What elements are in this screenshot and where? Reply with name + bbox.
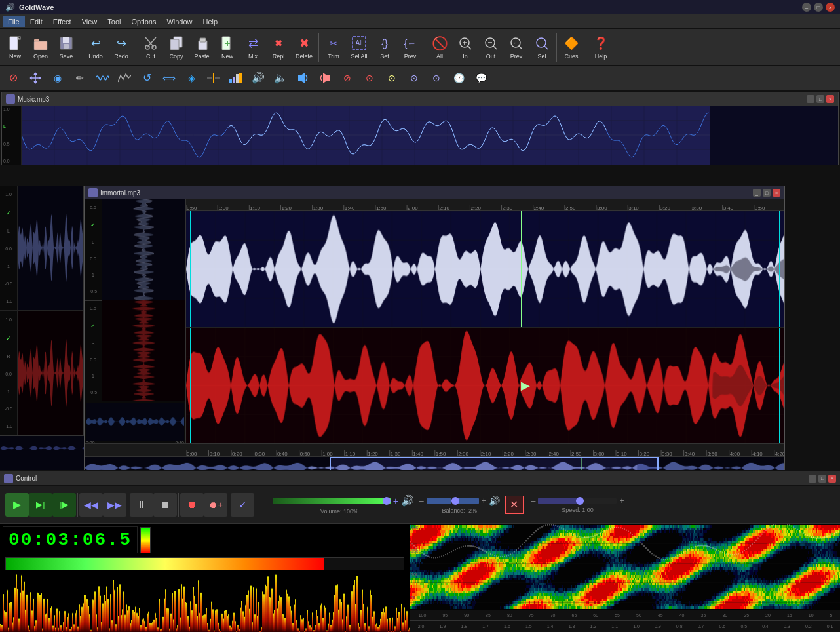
control-maximize-btn[interactable]: □ <box>818 475 826 483</box>
bal-minus-btn[interactable]: – <box>419 496 424 505</box>
maximize-button[interactable]: □ <box>814 3 823 12</box>
balance-thumb[interactable] <box>451 497 459 505</box>
selall-button[interactable]: All Sel All <box>347 31 372 64</box>
ef-timestretch-btn[interactable]: ⟺ <box>159 68 180 88</box>
menu-effect[interactable]: Effect <box>48 16 77 27</box>
speed-plus-btn[interactable]: + <box>619 496 624 505</box>
spec-xl3: -1.8 <box>459 624 467 629</box>
paste-button[interactable]: Paste <box>189 31 214 64</box>
delete-button[interactable]: ✖ Delete <box>292 31 316 64</box>
vol-speaker-btn[interactable]: 🔊 <box>401 494 414 507</box>
music-minimize-btn[interactable]: _ <box>807 95 814 103</box>
clear-button[interactable]: 🚫 All <box>427 31 452 64</box>
control-title-area: Control <box>4 474 809 483</box>
cues-button[interactable]: 🔶 Cues <box>559 31 584 64</box>
right-channel-waveform[interactable]: ▶ <box>186 328 784 444</box>
menu-tool[interactable]: Tool <box>102 16 126 27</box>
ef-chat-btn[interactable]: 💬 <box>470 68 491 88</box>
pause-button[interactable]: ⏸ <box>130 493 153 517</box>
bottom-ruler-canvas <box>186 444 784 456</box>
immortal-main-waveform[interactable]: ▶ <box>186 199 784 443</box>
ef-reverb-btn[interactable]: ⊙ <box>426 68 447 88</box>
ef-vol-btn[interactable] <box>225 68 246 88</box>
control-close-btn[interactable]: × <box>828 475 836 483</box>
control-minimize-btn[interactable]: _ <box>809 475 816 483</box>
volume-slider[interactable] <box>273 498 391 504</box>
zoom-sel-button[interactable]: Sel <box>529 31 554 64</box>
zoom-prev-button[interactable]: ← Prev <box>504 31 529 64</box>
menu-window[interactable]: Window <box>161 16 197 27</box>
immortal-maximize-btn[interactable]: □ <box>763 189 771 197</box>
ef-spk-l-btn[interactable] <box>292 68 313 88</box>
ef-sel-btn[interactable]: ◈ <box>181 68 202 88</box>
play-to-end-button[interactable]: |▶ <box>52 493 76 517</box>
save-button[interactable]: Save <box>54 31 79 64</box>
ef-fade-btn[interactable]: ⊙ <box>359 68 380 88</box>
ef-stop-btn[interactable]: ⊘ <box>3 68 24 88</box>
play-button[interactable]: ▶ <box>5 493 29 517</box>
menu-edit[interactable]: Edit <box>25 16 48 27</box>
vol-minus-btn[interactable]: – <box>265 496 270 506</box>
vol-plus-btn[interactable]: + <box>393 496 398 506</box>
music-waveform[interactable] <box>22 106 838 165</box>
menu-file[interactable]: File <box>3 16 25 27</box>
music-maximize-btn[interactable]: □ <box>816 95 824 103</box>
help-button[interactable]: ❓ Help <box>588 31 613 64</box>
ef-time-btn[interactable]: 🕐 <box>448 68 469 88</box>
ef-move-btn[interactable] <box>25 68 46 88</box>
prev-sel-button[interactable]: {← Prev <box>398 31 423 64</box>
undo-button[interactable]: ↩ Undo <box>83 31 108 64</box>
immortal-minimize-btn[interactable]: _ <box>753 189 761 197</box>
ef-envelope-btn[interactable] <box>114 68 135 88</box>
bal-speaker-btn[interactable]: 🔊 <box>489 496 500 506</box>
open-button[interactable]: Open <box>28 31 53 64</box>
bal-plus-btn[interactable]: + <box>482 496 486 505</box>
ef-vol2-btn[interactable]: 🔈 <box>270 68 291 88</box>
new-button[interactable]: New <box>3 31 28 64</box>
speed-thumb[interactable] <box>576 497 584 505</box>
ef-pitch-btn[interactable]: ⊙ <box>404 68 425 88</box>
menu-help[interactable]: Help <box>198 16 223 27</box>
minimize-button[interactable]: – <box>802 3 811 12</box>
ef-split-btn[interactable] <box>203 68 224 88</box>
play-sel-button[interactable]: ▶| <box>29 493 52 517</box>
immortal-win-buttons: _ □ × <box>753 189 780 197</box>
left-channel-waveform[interactable] <box>186 211 784 328</box>
record-button[interactable]: ⏺ <box>180 493 204 517</box>
redo-button[interactable]: ↪ Redo <box>109 31 134 64</box>
ef-wave-btn[interactable] <box>92 68 113 88</box>
record2-button[interactable]: ⏺+ <box>204 493 227 517</box>
music-close-btn[interactable]: × <box>826 95 834 103</box>
ef-select-btn[interactable]: ◉ <box>47 68 68 88</box>
zoom-out-button[interactable]: Out <box>478 31 503 64</box>
ef-loop-btn[interactable]: ↺ <box>136 68 157 88</box>
trim-button[interactable]: ✂ Trim <box>321 31 346 64</box>
new2-button[interactable]: New <box>215 31 240 64</box>
close-button[interactable]: × <box>826 3 835 12</box>
ef-rev-btn[interactable]: ⊘ <box>337 68 358 88</box>
ef-speaker-btn[interactable]: 🔊 <box>248 68 269 88</box>
zoom-in-button[interactable]: In <box>453 31 478 64</box>
ef-echo-btn[interactable]: ⊙ <box>381 68 402 88</box>
x-stop-button[interactable]: ✕ <box>505 496 524 514</box>
fast-forward-button[interactable]: ▶▶ <box>103 493 126 517</box>
cut-button[interactable]: Cut <box>138 31 163 64</box>
lsp-r-canvas <box>18 311 83 435</box>
immortal-close-btn[interactable]: × <box>773 189 780 197</box>
ef-pencil-btn[interactable]: ✏ <box>69 68 90 88</box>
menu-view[interactable]: View <box>77 16 103 27</box>
replace-button[interactable]: ✖ Repl <box>266 31 291 64</box>
speed-slider[interactable] <box>538 498 617 504</box>
speed-minus-btn[interactable]: – <box>531 496 536 505</box>
copy-button[interactable]: Copy <box>164 31 189 64</box>
set-button[interactable]: {} Set <box>372 31 397 64</box>
balance-slider[interactable] <box>427 498 479 504</box>
ef-spk-r-btn[interactable] <box>315 68 335 88</box>
mark-button[interactable]: ✓ <box>231 493 254 517</box>
rewind-button[interactable]: ◀◀ <box>79 493 103 517</box>
mix-button[interactable]: ⇄ Mix <box>240 31 265 64</box>
overview-bar[interactable] <box>85 456 784 470</box>
menu-options[interactable]: Options <box>126 16 161 27</box>
stop-button[interactable]: ⏹ <box>153 493 177 517</box>
volume-thumb[interactable] <box>383 497 391 505</box>
